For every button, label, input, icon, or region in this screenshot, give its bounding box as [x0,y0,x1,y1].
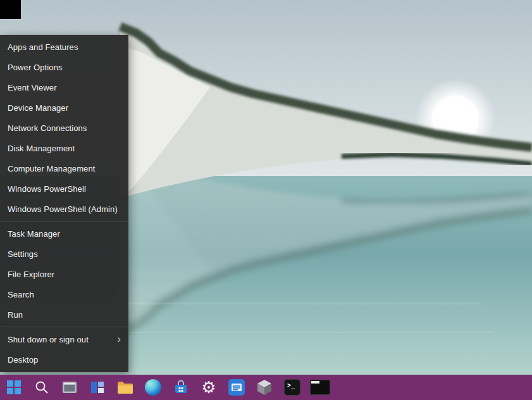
settings-gear-icon: ⚙ [201,379,216,396]
app-window-icon [61,380,78,395]
file-explorer-icon [116,380,134,395]
menu-item-run[interactable]: Run [0,304,128,325]
taskbar-window-app-button[interactable] [56,375,84,400]
menu-item-settings[interactable]: Settings [0,244,128,264]
blue-app-icon [228,379,245,396]
package-icon [257,379,272,396]
start-icon [7,380,21,394]
store-icon [173,379,189,396]
menu-item-power-options[interactable]: Power Options [0,57,128,77]
console-window-icon [310,380,330,395]
menu-item-network-connections[interactable]: Network Connections [0,118,128,138]
winx-context-menu: Apps and Features Power Options Event Vi… [0,35,128,372]
menu-item-file-explorer[interactable]: File Explorer [0,264,128,284]
taskbar-package-app-button[interactable] [251,375,278,400]
taskbar-store-button[interactable] [167,375,195,400]
menu-item-computer-management[interactable]: Computer Management [0,158,128,178]
search-icon [34,380,49,395]
menu-item-event-viewer[interactable]: Event Viewer [0,77,128,97]
taskbar-start-button[interactable] [0,375,28,400]
menu-item-task-manager[interactable]: Task Manager [0,223,128,244]
menu-item-device-manager[interactable]: Device Manager [0,97,128,118]
taskbar-edge-button[interactable] [139,375,167,400]
taskbar-terminal-button[interactable]: >_ [278,375,306,400]
taskbar-console-button[interactable] [306,375,334,400]
taskbar-search-button[interactable] [28,375,56,400]
menu-separator [1,221,128,222]
submenu-chevron-icon: › [113,334,121,344]
desktop-screen: Apps and Features Power Options Event Vi… [0,0,532,400]
taskbar-file-explorer-button[interactable] [111,375,139,400]
menu-item-disk-management[interactable]: Disk Management [0,138,128,158]
menu-item-apps-and-features[interactable]: Apps and Features [0,37,128,57]
menu-item-shut-down-or-sign-out[interactable]: Shut down or sign out › [0,329,128,349]
menu-item-windows-powershell[interactable]: Windows PowerShell [0,178,128,199]
menu-item-desktop[interactable]: Desktop [0,349,128,370]
taskbar: ⚙ >_ [0,375,532,400]
edge-icon [145,379,161,396]
taskbar-tiles-app-button[interactable] [84,375,111,400]
terminal-icon: >_ [284,379,300,396]
menu-item-windows-powershell-admin[interactable]: Windows PowerShell (Admin) [0,199,128,219]
top-left-black-patch [0,0,21,19]
taskbar-settings-button[interactable]: ⚙ [195,375,223,400]
tiles-app-icon [90,380,105,395]
menu-separator [1,327,128,327]
menu-item-search[interactable]: Search [0,284,128,304]
menu-item-label: Shut down or sign out [8,335,89,344]
taskbar-blue-app-button[interactable] [223,375,251,400]
